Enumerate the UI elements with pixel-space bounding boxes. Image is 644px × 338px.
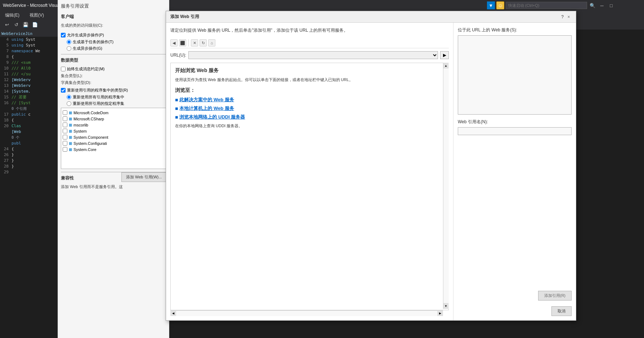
async-checkbox[interactable] [61,33,66,37]
reuse-specified-radio[interactable] [67,101,71,106]
hscroll-left-btn[interactable]: ◀ [170,311,176,316]
menu-view[interactable]: 视图(V) [27,12,46,19]
browse-link-1[interactable]: ■ 此解决方案中的 Web 服务 [175,97,444,103]
scroll-down-btn[interactable]: ▼ [443,303,448,309]
code-line-27: 27 } [0,158,58,164]
code-line-21: [Web [0,129,58,135]
assembly-icon-5: ▦ [69,141,72,145]
add-web-reference-dialog: 添加 Web 引用 ? × 请定位到提供 Web 服务的 URL，然后单击"添加… [166,11,576,321]
async-label: 允许生成异步操作(P) [67,32,104,38]
assembly-checkbox-1[interactable] [63,116,67,121]
browser-home-btn[interactable]: ⌂ [208,39,215,46]
browser-refresh-btn[interactable]: ↻ [200,39,207,46]
menu-edit[interactable]: 编辑(E) [3,12,22,19]
webreference-name-input[interactable] [458,127,572,135]
url-input[interactable] [188,51,438,59]
browser-back-btn[interactable]: ◀ [170,39,178,46]
compat-text: 添加 Web 引用而不是服务引用。这 [61,184,166,190]
quick-launch-area: ▼ ☺ 🔍 ─ □ [487,1,615,9]
link-uddi-browser[interactable]: 浏览本地网络上的 UDDI 服务器 [179,114,245,120]
assembly-system[interactable]: ▦ System [63,128,164,134]
link-local-computer-services[interactable]: 本地计算机上的 Web 服务 [179,105,234,112]
assembly-checkbox-4[interactable] [63,135,67,139]
url-label: URL(U): [170,53,186,58]
assembly-checkbox-3[interactable] [63,129,67,133]
assembly-checkbox-0[interactable] [63,110,67,115]
task-radio-item[interactable]: 生成基于任务的操作(T) [67,39,166,45]
browse-link-3[interactable]: ■ 浏览本地网络上的 UDDI 服务器 [175,114,444,120]
async-op-radio-item[interactable]: 生成异步操作(G) [67,46,166,51]
bullet-1: ■ [175,97,178,103]
always-generate-checkbox[interactable] [61,67,66,71]
search-icon[interactable]: 🔍 [589,1,596,9]
code-line-5: 5 using Syst [0,43,58,48]
code-line-12: 12 [WebServ [0,77,58,83]
filter-icon[interactable]: ▼ [487,1,495,9]
assembly-name-3: System [73,129,87,133]
webservices-list [458,35,572,115]
browser-toolbar: ◀ ⬛ ✕ ↻ ⌂ [170,38,449,48]
reuse-specified-item[interactable]: 重新使用所引用的指定程序集 [67,101,166,106]
toolbar-btn-1[interactable]: ↩ [3,21,11,28]
maximize-icon[interactable]: □ [607,1,615,9]
code-line-9: 9 /// <sum [0,60,58,66]
dialog-title-bar: 添加 Web 引用 ? × [166,11,576,23]
toolbar-btn-3[interactable]: 💾 [22,21,30,28]
horizontal-scrollbar: ◀ ▶ [170,310,443,316]
link-solution-services[interactable]: 此解决方案中的 Web 服务 [179,97,234,103]
toolbar-btn-4[interactable]: 📄 [31,21,39,28]
task-radio[interactable] [67,40,71,44]
assembly-checkbox-5[interactable] [63,141,67,146]
assembly-systemcomponent[interactable]: ▦ System.Component [63,134,164,140]
always-generate-label: 始终生成消息约定(M) [67,66,105,72]
spacer [458,141,572,291]
minimize-icon[interactable]: ─ [598,1,606,9]
dialog-right-panel: 位于此 URL 上的 Web 服务(S): Web 引用名(N): 添加引用(R… [453,23,576,320]
collection-type-label: 集合类型(L): [61,73,166,79]
cancel-button[interactable]: 取消 [551,306,572,316]
browse-note: 在你的本地网络上查询 UDDI 服务器。 [175,123,444,129]
quick-launch-input[interactable] [506,2,587,9]
code-line-17: 17 public c [0,112,58,117]
bullet-2: ■ [175,106,178,111]
divider-1 [61,54,166,54]
assembly-checkbox-2[interactable] [63,123,67,127]
async-op-radio[interactable] [67,46,71,51]
assembly-checkbox-6[interactable] [63,147,67,152]
browser-close-btn[interactable]: ✕ [191,39,198,46]
async-op-label: 生成异步操作(G) [73,46,102,51]
add-reference-button[interactable]: 添加引用(R) [538,291,572,301]
dialog-help-label[interactable]: ? [561,14,564,19]
code-line-ref1: 0 个引用 [0,106,58,112]
reuse-checkbox[interactable] [61,88,66,93]
reuse-all-item[interactable]: 重新使用所有引用的程序集中 [67,94,166,100]
dialog-close-button[interactable]: × [566,14,572,20]
reuse-label: 重新使用引用的程序集中的类型(R) [67,88,128,93]
radio-group: 生成基于任务的操作(T) 生成异步操作(G) [67,39,166,51]
vertical-scrollbar[interactable]: ▲ ▼ [443,63,449,309]
always-generate-item[interactable]: 始终生成消息约定(M) [61,66,166,72]
scroll-track [443,68,449,303]
assembly-systemconfiguration[interactable]: ▦ System.Configurati [63,140,164,146]
assembly-name-1: Microsoft.CSharp [73,117,104,121]
toolbar-btn-2[interactable]: ↺ [12,21,20,28]
browser-stop-btn[interactable]: ⬛ [179,39,186,46]
dialog-instruction: 请定位到提供 Web 服务的 URL，然后单击"添加引用"，添加位于该 URL … [170,27,449,34]
assembly-icon-4: ▦ [69,135,72,139]
assembly-list: ▦ Microsoft.CodeDom ▦ Microsoft.CSharp ▦… [61,108,166,169]
assembly-systemcore[interactable]: ▦ System.Core [63,146,164,152]
url-go-button[interactable]: ▶ [440,51,449,59]
assembly-microsoftcsharp[interactable]: ▦ Microsoft.CSharp [63,116,164,122]
browser-page-desc: 使用该页作为查找 Web 服务的起始点。你可以以单击下面的链接，或者在地址栏中键… [175,77,444,83]
scroll-up-btn[interactable]: ▲ [443,63,448,68]
hscroll-right-btn[interactable]: ▶ [437,311,443,316]
async-checkbox-item[interactable]: 允许生成异步操作(P) [61,32,166,38]
assembly-microsoftcodedom[interactable]: ▦ Microsoft.CodeDom [63,110,164,116]
access-level-subsection: 生成的类的访问级别(C): [61,23,166,28]
assembly-mscorlib[interactable]: ▦ mscorlib [63,122,164,128]
smiley-icon[interactable]: ☺ [496,1,504,9]
reuse-checkbox-item[interactable]: 重新使用引用的程序集中的类型(R) [61,88,166,93]
add-web-reference-button[interactable]: 添加 Web 引用(W)... [121,172,166,182]
reuse-all-radio[interactable] [67,95,71,99]
browse-link-2[interactable]: ■ 本地计算机上的 Web 服务 [175,105,444,112]
